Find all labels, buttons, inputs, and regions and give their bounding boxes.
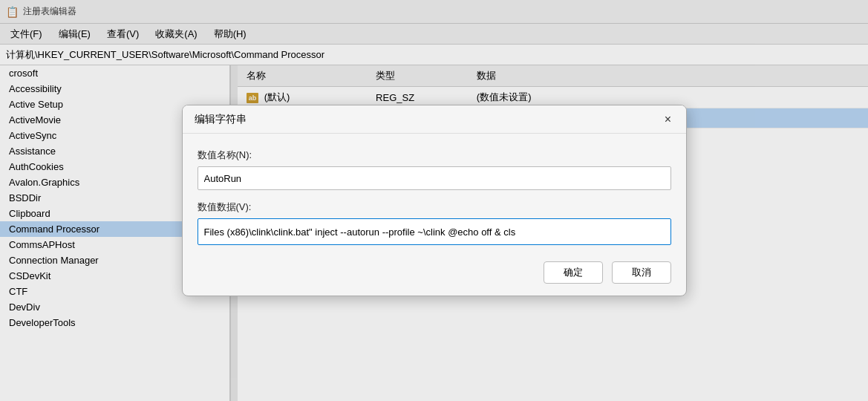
dialog-overlay: 编辑字符串 × 数值名称(N): 数值数据(V): 确定 取消 — [0, 0, 868, 401]
edit-string-dialog: 编辑字符串 × 数值名称(N): 数值数据(V): 确定 取消 — [182, 105, 687, 296]
dialog-body: 数值名称(N): 数值数据(V): 确定 取消 — [183, 134, 686, 296]
field-data-label: 数值数据(V): — [198, 200, 671, 214]
field-name-input[interactable] — [198, 166, 671, 190]
field-data-input[interactable] — [198, 218, 671, 245]
ok-button[interactable]: 确定 — [544, 261, 603, 284]
dialog-title: 编辑字符串 — [195, 113, 247, 126]
field-name-label: 数值名称(N): — [198, 149, 671, 162]
cancel-button[interactable]: 取消 — [612, 261, 671, 284]
dialog-title-bar: 编辑字符串 × — [183, 105, 686, 134]
dialog-close-button[interactable]: × — [659, 111, 677, 128]
dialog-buttons: 确定 取消 — [198, 258, 671, 284]
